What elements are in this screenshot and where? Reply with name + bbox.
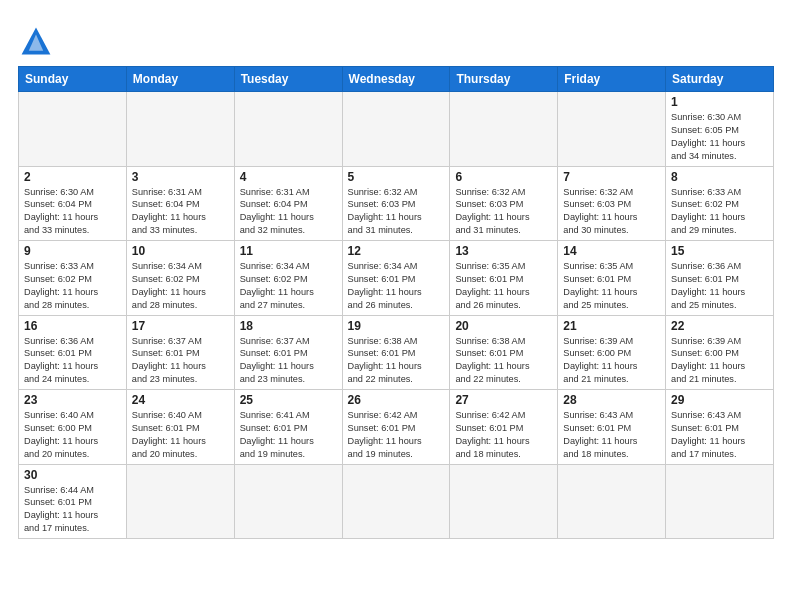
day-info: Sunrise: 6:36 AM Sunset: 6:01 PM Dayligh… [24,335,121,387]
calendar-cell: 25Sunrise: 6:41 AM Sunset: 6:01 PM Dayli… [234,390,342,465]
calendar-cell [126,92,234,167]
day-number: 18 [240,319,337,333]
day-info: Sunrise: 6:33 AM Sunset: 6:02 PM Dayligh… [671,186,768,238]
day-info: Sunrise: 6:38 AM Sunset: 6:01 PM Dayligh… [455,335,552,387]
calendar-cell: 17Sunrise: 6:37 AM Sunset: 6:01 PM Dayli… [126,315,234,390]
day-info: Sunrise: 6:30 AM Sunset: 6:04 PM Dayligh… [24,186,121,238]
calendar-cell [558,92,666,167]
calendar-cell: 15Sunrise: 6:36 AM Sunset: 6:01 PM Dayli… [666,241,774,316]
day-info: Sunrise: 6:34 AM Sunset: 6:02 PM Dayligh… [132,260,229,312]
calendar-cell: 30Sunrise: 6:44 AM Sunset: 6:01 PM Dayli… [19,464,127,539]
calendar-cell: 5Sunrise: 6:32 AM Sunset: 6:03 PM Daylig… [342,166,450,241]
calendar-cell: 29Sunrise: 6:43 AM Sunset: 6:01 PM Dayli… [666,390,774,465]
week-row-1: 2Sunrise: 6:30 AM Sunset: 6:04 PM Daylig… [19,166,774,241]
day-number: 6 [455,170,552,184]
day-number: 29 [671,393,768,407]
day-info: Sunrise: 6:34 AM Sunset: 6:02 PM Dayligh… [240,260,337,312]
calendar-cell: 14Sunrise: 6:35 AM Sunset: 6:01 PM Dayli… [558,241,666,316]
calendar-cell: 27Sunrise: 6:42 AM Sunset: 6:01 PM Dayli… [450,390,558,465]
day-info: Sunrise: 6:37 AM Sunset: 6:01 PM Dayligh… [132,335,229,387]
calendar-cell: 7Sunrise: 6:32 AM Sunset: 6:03 PM Daylig… [558,166,666,241]
col-header-saturday: Saturday [666,67,774,92]
calendar-cell: 9Sunrise: 6:33 AM Sunset: 6:02 PM Daylig… [19,241,127,316]
day-number: 28 [563,393,660,407]
day-info: Sunrise: 6:31 AM Sunset: 6:04 PM Dayligh… [240,186,337,238]
day-info: Sunrise: 6:41 AM Sunset: 6:01 PM Dayligh… [240,409,337,461]
day-info: Sunrise: 6:42 AM Sunset: 6:01 PM Dayligh… [348,409,445,461]
day-number: 10 [132,244,229,258]
day-info: Sunrise: 6:30 AM Sunset: 6:05 PM Dayligh… [671,111,768,163]
calendar-cell: 6Sunrise: 6:32 AM Sunset: 6:03 PM Daylig… [450,166,558,241]
calendar-cell: 24Sunrise: 6:40 AM Sunset: 6:01 PM Dayli… [126,390,234,465]
calendar-cell: 3Sunrise: 6:31 AM Sunset: 6:04 PM Daylig… [126,166,234,241]
day-number: 22 [671,319,768,333]
col-header-friday: Friday [558,67,666,92]
week-row-2: 9Sunrise: 6:33 AM Sunset: 6:02 PM Daylig… [19,241,774,316]
day-info: Sunrise: 6:42 AM Sunset: 6:01 PM Dayligh… [455,409,552,461]
day-number: 21 [563,319,660,333]
day-info: Sunrise: 6:40 AM Sunset: 6:00 PM Dayligh… [24,409,121,461]
calendar: SundayMondayTuesdayWednesdayThursdayFrid… [18,66,774,539]
day-number: 1 [671,95,768,109]
calendar-cell [450,92,558,167]
week-row-5: 30Sunrise: 6:44 AM Sunset: 6:01 PM Dayli… [19,464,774,539]
calendar-cell [126,464,234,539]
calendar-cell: 23Sunrise: 6:40 AM Sunset: 6:00 PM Dayli… [19,390,127,465]
day-number: 25 [240,393,337,407]
calendar-cell [19,92,127,167]
calendar-cell: 12Sunrise: 6:34 AM Sunset: 6:01 PM Dayli… [342,241,450,316]
calendar-cell: 26Sunrise: 6:42 AM Sunset: 6:01 PM Dayli… [342,390,450,465]
calendar-cell: 19Sunrise: 6:38 AM Sunset: 6:01 PM Dayli… [342,315,450,390]
calendar-cell: 11Sunrise: 6:34 AM Sunset: 6:02 PM Dayli… [234,241,342,316]
calendar-cell [450,464,558,539]
day-number: 30 [24,468,121,482]
day-number: 9 [24,244,121,258]
day-number: 13 [455,244,552,258]
calendar-cell [342,464,450,539]
col-header-sunday: Sunday [19,67,127,92]
page: SundayMondayTuesdayWednesdayThursdayFrid… [0,0,792,612]
day-number: 26 [348,393,445,407]
week-row-0: 1Sunrise: 6:30 AM Sunset: 6:05 PM Daylig… [19,92,774,167]
header [18,18,774,58]
calendar-cell: 20Sunrise: 6:38 AM Sunset: 6:01 PM Dayli… [450,315,558,390]
day-info: Sunrise: 6:39 AM Sunset: 6:00 PM Dayligh… [563,335,660,387]
day-info: Sunrise: 6:33 AM Sunset: 6:02 PM Dayligh… [24,260,121,312]
week-row-3: 16Sunrise: 6:36 AM Sunset: 6:01 PM Dayli… [19,315,774,390]
calendar-cell [234,464,342,539]
calendar-cell: 13Sunrise: 6:35 AM Sunset: 6:01 PM Dayli… [450,241,558,316]
col-header-tuesday: Tuesday [234,67,342,92]
day-number: 15 [671,244,768,258]
day-number: 24 [132,393,229,407]
day-info: Sunrise: 6:39 AM Sunset: 6:00 PM Dayligh… [671,335,768,387]
calendar-cell: 16Sunrise: 6:36 AM Sunset: 6:01 PM Dayli… [19,315,127,390]
day-number: 20 [455,319,552,333]
day-number: 27 [455,393,552,407]
day-info: Sunrise: 6:32 AM Sunset: 6:03 PM Dayligh… [455,186,552,238]
col-header-thursday: Thursday [450,67,558,92]
col-header-wednesday: Wednesday [342,67,450,92]
col-header-monday: Monday [126,67,234,92]
day-info: Sunrise: 6:36 AM Sunset: 6:01 PM Dayligh… [671,260,768,312]
day-number: 16 [24,319,121,333]
calendar-cell: 1Sunrise: 6:30 AM Sunset: 6:05 PM Daylig… [666,92,774,167]
day-number: 17 [132,319,229,333]
calendar-cell [666,464,774,539]
day-info: Sunrise: 6:44 AM Sunset: 6:01 PM Dayligh… [24,484,121,536]
day-number: 8 [671,170,768,184]
calendar-cell: 21Sunrise: 6:39 AM Sunset: 6:00 PM Dayli… [558,315,666,390]
day-info: Sunrise: 6:31 AM Sunset: 6:04 PM Dayligh… [132,186,229,238]
day-number: 2 [24,170,121,184]
calendar-cell [342,92,450,167]
day-number: 3 [132,170,229,184]
logo [18,22,58,58]
logo-icon [18,22,54,58]
calendar-header-row: SundayMondayTuesdayWednesdayThursdayFrid… [19,67,774,92]
calendar-cell: 18Sunrise: 6:37 AM Sunset: 6:01 PM Dayli… [234,315,342,390]
calendar-cell: 2Sunrise: 6:30 AM Sunset: 6:04 PM Daylig… [19,166,127,241]
calendar-cell: 28Sunrise: 6:43 AM Sunset: 6:01 PM Dayli… [558,390,666,465]
week-row-4: 23Sunrise: 6:40 AM Sunset: 6:00 PM Dayli… [19,390,774,465]
day-info: Sunrise: 6:43 AM Sunset: 6:01 PM Dayligh… [563,409,660,461]
day-number: 5 [348,170,445,184]
calendar-cell: 8Sunrise: 6:33 AM Sunset: 6:02 PM Daylig… [666,166,774,241]
